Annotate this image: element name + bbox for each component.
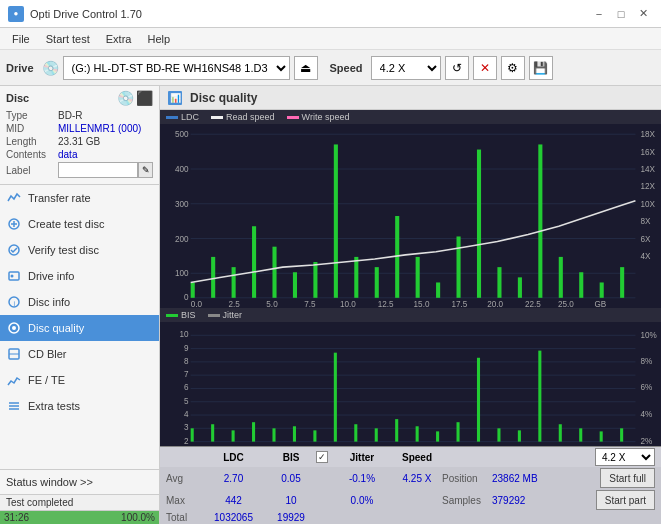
close-button[interactable]: ✕ xyxy=(633,6,653,22)
avg-row: Avg 2.70 0.05 -0.1% 4.25 X Position 2386… xyxy=(160,467,661,489)
svg-rect-123 xyxy=(538,351,541,442)
avg-ldc: 2.70 xyxy=(201,473,266,484)
status-window-button[interactable]: Status window >> xyxy=(0,470,159,494)
maximize-button[interactable]: □ xyxy=(611,6,631,22)
menu-extra[interactable]: Extra xyxy=(98,31,140,47)
drive-select[interactable]: (G:) HL-DT-ST BD-RE WH16NS48 1.D3 xyxy=(63,56,290,80)
speed-select[interactable]: 4.2 X xyxy=(371,56,441,80)
nav-transfer-rate[interactable]: Transfer rate xyxy=(0,185,159,211)
svg-text:2%: 2% xyxy=(641,437,653,446)
menu-help[interactable]: Help xyxy=(139,31,178,47)
svg-text:14X: 14X xyxy=(641,165,656,174)
legend-write-speed: Write speed xyxy=(287,112,350,122)
svg-rect-52 xyxy=(272,247,276,298)
nav-create-test-disc[interactable]: Create test disc xyxy=(0,211,159,237)
contents-label: Contents xyxy=(6,149,58,160)
svg-text:16X: 16X xyxy=(641,148,656,157)
svg-rect-106 xyxy=(191,428,194,441)
nav-extra-tests[interactable]: Extra tests xyxy=(0,393,159,419)
total-label: Total xyxy=(166,512,201,523)
legend-jitter: Jitter xyxy=(208,310,243,320)
svg-rect-117 xyxy=(416,426,419,441)
svg-text:22.5: 22.5 xyxy=(525,300,541,308)
svg-text:GB: GB xyxy=(595,300,607,308)
erase-button[interactable]: ✕ xyxy=(473,56,497,80)
jitter-checkbox[interactable]: ✓ xyxy=(316,451,328,463)
label-edit-button[interactable]: ✎ xyxy=(138,162,153,178)
disc-section: Disc 💿 ⬛ Type BD-R MID MILLENMR1 (000) L… xyxy=(0,86,159,185)
total-bis: 19929 xyxy=(266,512,316,523)
svg-rect-63 xyxy=(497,267,501,298)
menu-file[interactable]: File xyxy=(4,31,38,47)
svg-point-9 xyxy=(12,326,16,330)
nav-disc-quality[interactable]: Disc quality xyxy=(0,315,159,341)
chart-title: Disc quality xyxy=(190,91,257,105)
disc-info-icon: i xyxy=(6,294,22,310)
speed-combo[interactable]: 4.2 X xyxy=(595,448,655,466)
nav-disc-info[interactable]: i Disc info xyxy=(0,289,159,315)
svg-text:10X: 10X xyxy=(641,200,656,209)
stats-panel: LDC BIS ✓ Jitter Speed 4.2 X Avg 2.70 0.… xyxy=(160,446,661,524)
disc-icon-2: ⬛ xyxy=(136,90,153,106)
start-full-button[interactable]: Start full xyxy=(600,468,655,488)
ldc-color xyxy=(166,116,178,119)
legend-write-speed-label: Write speed xyxy=(302,112,350,122)
nav-extra-tests-label: Extra tests xyxy=(28,400,80,412)
refresh-button[interactable]: ↺ xyxy=(445,56,469,80)
main-content: Disc 💿 ⬛ Type BD-R MID MILLENMR1 (000) L… xyxy=(0,86,661,524)
menu-starttest[interactable]: Start test xyxy=(38,31,98,47)
bis-color xyxy=(166,314,178,317)
svg-rect-116 xyxy=(395,419,398,441)
eject-button[interactable]: ⏏ xyxy=(294,56,318,80)
samples-label: Samples xyxy=(442,495,492,506)
svg-rect-69 xyxy=(620,267,624,298)
settings-button[interactable]: ⚙ xyxy=(501,56,525,80)
svg-rect-60 xyxy=(436,282,440,297)
svg-rect-56 xyxy=(354,257,358,298)
save-button[interactable]: 💾 xyxy=(529,56,553,80)
type-value: BD-R xyxy=(58,110,82,121)
max-row: Max 442 10 0.0% Samples 379292 Start par… xyxy=(160,489,661,511)
nav-verify-test-disc[interactable]: Verify test disc xyxy=(0,237,159,263)
svg-rect-70 xyxy=(160,322,661,446)
max-label: Max xyxy=(166,495,201,506)
status-window-label: Status window >> xyxy=(6,476,93,488)
svg-rect-50 xyxy=(232,267,236,298)
svg-rect-120 xyxy=(477,358,480,442)
nav-cd-bler[interactable]: CD Bler xyxy=(0,341,159,367)
progress-bar-container: 100.0% 31:26 xyxy=(0,510,159,524)
left-panel: Disc 💿 ⬛ Type BD-R MID MILLENMR1 (000) L… xyxy=(0,86,160,524)
nav-fe-te[interactable]: FE / TE xyxy=(0,367,159,393)
top-chart-area: 500 400 300 200 100 0 18X 16X 14X 12X 10… xyxy=(160,124,661,308)
read-speed-color xyxy=(211,116,223,119)
status-bar: Status window >> Test completed 100.0% 3… xyxy=(0,469,159,524)
type-label: Type xyxy=(6,110,58,121)
label-input[interactable] xyxy=(58,162,138,178)
svg-point-5 xyxy=(11,275,14,278)
svg-text:7: 7 xyxy=(184,370,189,379)
nav-disc-quality-label: Disc quality xyxy=(28,322,84,334)
avg-bis: 0.05 xyxy=(266,473,316,484)
total-row: Total 1032065 19929 xyxy=(160,511,661,524)
svg-rect-109 xyxy=(252,422,255,441)
nav-drive-info[interactable]: Drive info xyxy=(0,263,159,289)
svg-rect-65 xyxy=(538,144,542,297)
verify-test-disc-icon xyxy=(6,242,22,258)
max-jitter: 0.0% xyxy=(332,495,392,506)
transfer-rate-icon xyxy=(6,190,22,206)
start-part-button[interactable]: Start part xyxy=(596,490,655,510)
position-value: 23862 MB xyxy=(492,473,552,484)
svg-rect-53 xyxy=(293,272,297,298)
svg-rect-61 xyxy=(457,236,461,297)
disc-contents-row: Contents data xyxy=(6,149,153,160)
samples-value: 379292 xyxy=(492,495,552,506)
svg-text:4%: 4% xyxy=(641,410,653,419)
bottom-chart-area: 10 9 8 7 6 5 4 3 2 10% 8% 6% 4% 2% 0.0 xyxy=(160,322,661,446)
toolbar: Drive 💿 (G:) HL-DT-ST BD-RE WH16NS48 1.D… xyxy=(0,50,661,86)
svg-text:200: 200 xyxy=(175,235,189,244)
speed-header: Speed xyxy=(392,452,442,463)
svg-rect-115 xyxy=(375,428,378,441)
minimize-button[interactable]: − xyxy=(589,6,609,22)
disc-icon-1: 💿 xyxy=(117,90,134,106)
length-label: Length xyxy=(6,136,58,147)
